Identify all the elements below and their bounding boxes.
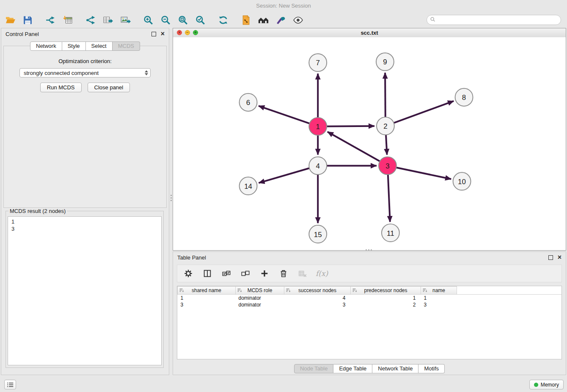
table-cell[interactable]: 1 (421, 295, 457, 302)
export-image-icon (120, 15, 131, 25)
table-cell[interactable]: 3 (421, 301, 457, 308)
open-file-button[interactable] (4, 14, 16, 26)
graph-node-10[interactable]: 10 (453, 172, 471, 190)
tab-node-table[interactable]: Node Table (294, 364, 334, 373)
delete-table-button (297, 268, 308, 279)
run-mcds-button[interactable]: Run MCDS (40, 83, 82, 92)
column-header-mcds-role[interactable]: MCDS role (236, 287, 284, 295)
table-panel: Table Panel × (173, 251, 566, 375)
export-network-icon (85, 15, 96, 25)
graph-node-6[interactable]: 6 (239, 94, 257, 111)
edge-3-1[interactable] (328, 132, 380, 161)
graph-node-1[interactable]: 1 (309, 118, 327, 135)
import-table-button[interactable] (62, 14, 74, 26)
deselect-all-button[interactable] (239, 268, 251, 279)
minimize-window-icon[interactable]: − (185, 30, 190, 35)
zoom-selected-button[interactable] (194, 14, 206, 26)
edge-3-11[interactable] (388, 174, 390, 222)
float-panel-icon[interactable] (151, 32, 156, 36)
column-header-name[interactable]: name (421, 287, 457, 295)
optimization-dropdown[interactable]: strongly connected component (19, 68, 151, 77)
refresh-view-button[interactable] (217, 14, 229, 26)
close-window-icon[interactable]: × (177, 30, 182, 35)
select-all-icon (222, 269, 231, 278)
search-input[interactable] (427, 15, 561, 25)
node-label: 3 (385, 162, 389, 170)
zoom-out-button[interactable] (160, 14, 171, 26)
first-neighbors-button[interactable] (240, 14, 252, 26)
columns-icon (203, 269, 212, 278)
import-network-button[interactable] (44, 14, 56, 26)
table-cell[interactable]: 2 (351, 301, 421, 308)
export-network-button[interactable] (85, 14, 96, 26)
show-graphics-details-button[interactable] (292, 14, 304, 26)
table-cell[interactable]: dominator (236, 295, 284, 302)
style-brush-button[interactable] (275, 14, 286, 26)
column-header-successor-nodes[interactable]: successor nodes (284, 287, 351, 295)
edge-1-2[interactable] (327, 126, 374, 127)
table-cell[interactable]: 4 (284, 295, 351, 302)
graph-node-4[interactable]: 4 (309, 157, 327, 174)
tab-motifs[interactable]: Motifs (418, 364, 445, 373)
float-table-panel-icon[interactable] (548, 255, 553, 260)
edge-1-6[interactable] (259, 106, 309, 124)
table-row[interactable]: 3dominator323 (178, 301, 562, 308)
vertical-splitter-handle[interactable] (170, 191, 172, 204)
show-columns-button[interactable] (201, 268, 213, 279)
graph-node-7[interactable]: 7 (309, 54, 327, 72)
graph-node-3[interactable]: 3 (379, 157, 396, 174)
edge-2-8[interactable] (394, 101, 454, 123)
close-table-panel-icon[interactable]: × (558, 254, 561, 260)
close-panel-button[interactable]: Close panel (88, 83, 130, 92)
table-cell[interactable]: dominator (236, 301, 284, 308)
graph-node-2[interactable]: 2 (377, 117, 394, 135)
tab-select[interactable]: Select (86, 41, 113, 51)
task-history-button[interactable] (4, 380, 16, 389)
table-cell[interactable]: 3 (178, 301, 236, 308)
graph-node-11[interactable]: 11 (382, 224, 399, 242)
tab-network-table[interactable]: Network Table (372, 364, 418, 373)
table-row[interactable]: 1dominator411 (178, 295, 562, 302)
table-settings-button[interactable] (182, 268, 194, 279)
graph-node-15[interactable]: 15 (309, 225, 327, 243)
graph-node-14[interactable]: 14 (239, 177, 257, 195)
table-cell[interactable]: 1 (351, 295, 421, 302)
table-panel-header: Table Panel × (173, 252, 566, 263)
network-canvas[interactable]: 7968124310141511 (173, 37, 566, 250)
zoom-out-icon (160, 15, 171, 25)
window-title: Session: New Session (256, 3, 311, 9)
zoom-in-button[interactable] (142, 14, 154, 26)
table-cell[interactable]: 3 (284, 301, 351, 308)
tab-mcds[interactable]: MCDS (113, 41, 140, 51)
edge-4-14[interactable] (259, 168, 309, 183)
tab-style[interactable]: Style (62, 41, 86, 51)
delete-column-button[interactable] (278, 268, 289, 279)
tab-edge-table[interactable]: Edge Table (333, 364, 372, 373)
zoom-fit-button[interactable] (177, 14, 189, 26)
column-header-shared-name[interactable]: shared name (178, 287, 236, 295)
graph-node-8[interactable]: 8 (455, 88, 473, 106)
export-image-button[interactable] (119, 14, 131, 26)
main-toolbar (0, 12, 567, 28)
horizontal-splitter-handle[interactable] (363, 248, 374, 251)
maximize-window-icon[interactable]: + (193, 30, 198, 35)
table-cell[interactable]: 1 (178, 295, 236, 302)
column-header-filler (457, 287, 562, 295)
mcds-result-list[interactable]: 1 3 (8, 216, 162, 365)
edge-2-3[interactable] (386, 135, 387, 155)
export-table-button[interactable] (102, 14, 114, 26)
close-panel-icon[interactable]: × (161, 31, 165, 37)
edge-3-10[interactable] (396, 168, 451, 179)
window-titlebar: Session: New Session (0, 0, 567, 12)
save-session-button[interactable] (22, 14, 33, 26)
select-all-button[interactable] (220, 268, 232, 279)
create-column-button[interactable] (259, 268, 270, 279)
graph-node-9[interactable]: 9 (376, 53, 394, 71)
tab-network[interactable]: Network (30, 41, 62, 51)
save-icon (22, 15, 33, 25)
column-header-predecessor-nodes[interactable]: predecessor nodes (351, 287, 421, 295)
table-panel-tabs: Node Table Edge Table Network Table Moti… (173, 364, 566, 373)
edge-2-9[interactable] (385, 73, 385, 117)
memory-button[interactable]: Memory (529, 380, 564, 389)
nested-networks-button[interactable] (257, 14, 269, 26)
